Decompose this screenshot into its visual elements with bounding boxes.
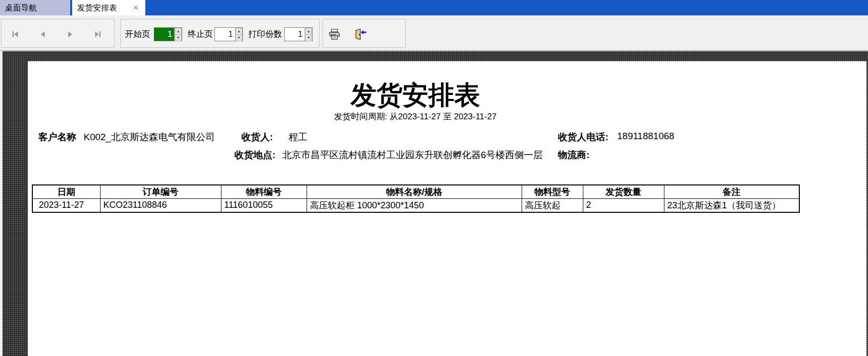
first-page-icon — [11, 31, 19, 38]
cell-ship-qty: 2 — [583, 198, 664, 212]
logistics-label: 物流商: — [558, 149, 589, 162]
print-button[interactable] — [327, 27, 342, 42]
previous-page-button[interactable] — [36, 28, 49, 41]
print-actions-group — [323, 19, 406, 48]
exit-button[interactable] — [353, 27, 368, 42]
cell-remark: 23北京斯达森1（我司送货） — [664, 198, 799, 212]
receiver-label: 收货人: — [241, 131, 273, 144]
start-page-spinner[interactable]: 1 ▲ ▼ — [154, 27, 182, 41]
tab-shipping-schedule-label: 发货安排表 — [77, 3, 117, 12]
cell-material-name: 高压软起柜 1000*2300*1450 — [307, 198, 522, 212]
col-remark: 备注 — [664, 185, 799, 198]
copies-spinner[interactable]: 1 ▲ ▼ — [284, 27, 313, 41]
customer-label: 客户名称 — [38, 132, 76, 142]
end-page-down-icon[interactable]: ▼ — [235, 34, 242, 41]
print-preview-area: 发货安排表 发货时间周期: 从2023-11-27 至 2023-11-27 客… — [0, 50, 868, 356]
printer-icon — [328, 29, 340, 40]
address-label: 收货地点: — [234, 149, 275, 162]
customer-field: 客户名称 — [38, 131, 76, 144]
page-nav-group — [1, 19, 114, 48]
exit-door-icon — [354, 29, 367, 40]
last-page-icon — [94, 31, 102, 38]
previous-page-icon — [39, 31, 46, 38]
copies-up-icon[interactable]: ▲ — [305, 28, 312, 34]
report-title: 发货安排表 — [32, 78, 799, 113]
tab-desktop-nav[interactable]: 桌面导航 — [0, 0, 70, 15]
first-page-button[interactable] — [9, 28, 22, 41]
next-page-icon — [67, 31, 74, 38]
last-page-button[interactable] — [91, 28, 104, 41]
shipping-table: 日期 订单编号 物料编号 物料名称/规格 物料型号 发货数量 备注 2023-1… — [32, 184, 800, 213]
start-page-up-icon[interactable]: ▲ — [175, 28, 182, 34]
phone-label: 收货人电话: — [558, 131, 608, 144]
table-row: 2023-11-27 KCO231108846 1116010055 高压软起柜… — [32, 198, 799, 212]
col-ship-qty: 发货数量 — [583, 185, 664, 198]
cell-material-model: 高压软起 — [522, 198, 583, 212]
copies-value[interactable]: 1 — [285, 28, 305, 41]
tab-bar: 桌面导航 发货安排表 × — [0, 0, 868, 15]
report-subtitle: 发货时间周期: 从2023-11-27 至 2023-11-27 — [32, 111, 799, 122]
col-material-model: 物料型号 — [522, 185, 583, 198]
copies-label: 打印份数 — [248, 27, 282, 41]
report-content: 发货安排表 发货时间周期: 从2023-11-27 至 2023-11-27 客… — [32, 61, 799, 356]
print-toolbar: 开始页 1 ▲ ▼ 终止页 1 ▲ ▼ 打印份数 1 ▲ ▼ — [0, 15, 868, 50]
start-page-value[interactable]: 1 — [154, 28, 174, 41]
receiver-value: 程工 — [289, 131, 308, 144]
table-header-row: 日期 订单编号 物料编号 物料名称/规格 物料型号 发货数量 备注 — [32, 185, 799, 198]
customer-value: K002_北京斯达森电气有限公司 — [84, 131, 215, 144]
col-material-name: 物料名称/规格 — [307, 185, 522, 198]
tab-desktop-nav-label: 桌面导航 — [5, 3, 37, 12]
tab-close-icon[interactable]: × — [133, 0, 138, 15]
end-page-up-icon[interactable]: ▲ — [235, 28, 242, 34]
col-date: 日期 — [32, 185, 100, 198]
end-page-label: 终止页 — [188, 27, 213, 41]
tab-shipping-schedule[interactable]: 发货安排表 × — [72, 0, 145, 15]
page-range-group: 开始页 1 ▲ ▼ 终止页 1 ▲ ▼ 打印份数 1 ▲ ▼ — [120, 19, 320, 48]
address-value: 北京市昌平区流村镇流村工业园东升联创孵化器6号楼西侧一层 — [282, 149, 543, 162]
copies-down-icon[interactable]: ▼ — [305, 34, 312, 41]
start-page-label: 开始页 — [125, 27, 150, 41]
cell-order-no: KCO231108846 — [100, 198, 221, 212]
phone-value: 18911881068 — [617, 131, 674, 142]
next-page-button[interactable] — [64, 28, 77, 41]
preview-background: 发货安排表 发货时间周期: 从2023-11-27 至 2023-11-27 客… — [2, 51, 868, 356]
start-page-down-icon[interactable]: ▼ — [175, 34, 182, 41]
cell-date: 2023-11-27 — [32, 198, 100, 212]
cell-material-no: 1116010055 — [221, 198, 307, 212]
col-material-no: 物料编号 — [221, 185, 307, 198]
col-order-no: 订单编号 — [100, 185, 221, 198]
end-page-spinner[interactable]: 1 ▲ ▼ — [215, 27, 243, 41]
report-page: 发货安排表 发货时间周期: 从2023-11-27 至 2023-11-27 客… — [28, 61, 867, 356]
end-page-value[interactable]: 1 — [215, 28, 235, 41]
